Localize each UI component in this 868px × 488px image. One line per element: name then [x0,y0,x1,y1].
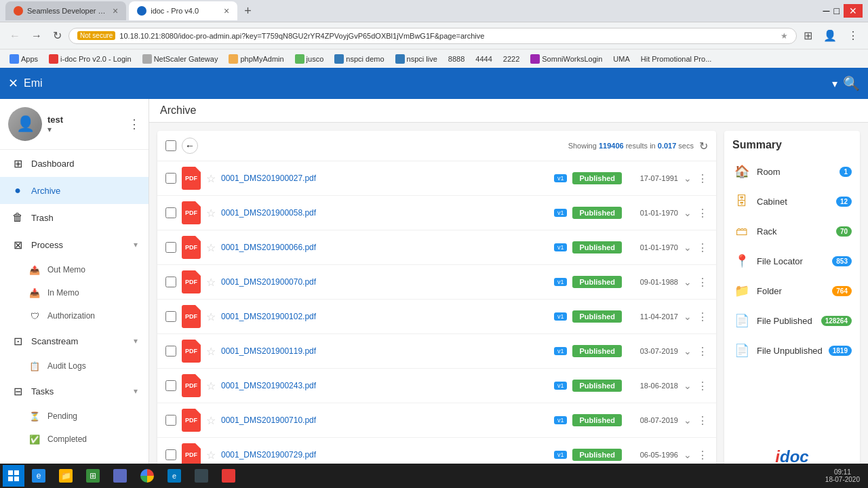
file-list-back-button[interactable]: ← [182,138,198,154]
user-more-button[interactable]: ⋮ [128,117,140,131]
select-all-checkbox[interactable] [165,140,176,151]
tab-close-1[interactable]: × [113,5,118,16]
address-bar[interactable]: Not secure 10.18.10.21:8080/idoc-pro-adm… [68,28,797,44]
sidebar-item-trash[interactable]: 🗑 Trash [0,204,149,231]
bookmark-nspci-live[interactable]: nspci live [391,53,441,65]
file-name-8[interactable]: 0001_DMS201900729.pdf [221,450,549,460]
sidebar-item-archive[interactable]: ● Archive [0,177,149,204]
tab-close-2[interactable]: × [224,5,229,16]
close-window-button[interactable]: ✕ [844,4,863,18]
more-button-4[interactable]: ⋮ [697,310,708,323]
star-button-4[interactable]: ☆ [206,310,216,323]
more-button-5[interactable]: ⋮ [697,345,708,358]
bookmark-8888[interactable]: 8888 [444,54,469,64]
bookmark-2222[interactable]: 2222 [499,54,524,64]
dropdown-icon[interactable]: ▾ [832,77,837,90]
sidebar-process-header[interactable]: ⊠ Process ▾ [0,231,149,258]
file-checkbox-8[interactable] [165,449,176,460]
expand-button-6[interactable]: ⌄ [684,380,692,391]
file-checkbox-7[interactable] [165,415,176,426]
bookmark-idoc[interactable]: i-doc Pro v2.0 - Login [45,53,136,65]
expand-button-0[interactable]: ⌄ [684,173,692,184]
star-button-1[interactable]: ☆ [206,207,216,220]
file-name-4[interactable]: 0001_DMS201900102.pdf [221,312,549,321]
taskbar-app3[interactable]: ⊞ [80,466,106,486]
profile-button[interactable]: 👤 [819,26,841,45]
file-checkbox-6[interactable] [165,380,176,391]
file-name-6[interactable]: 0001_DMS201900243.pdf [221,381,549,390]
forward-button[interactable]: → [27,27,46,45]
taskbar-chrome[interactable] [134,466,160,486]
extensions-button[interactable]: ⊞ [800,26,816,45]
bookmark-jusco[interactable]: jusco [291,53,328,65]
taskbar-app8[interactable] [216,466,241,486]
expand-button-1[interactable]: ⌄ [684,207,692,218]
bookmark-somni[interactable]: SomniWorksLogin [526,53,606,65]
sidebar-scanstream-header[interactable]: ⊡ Scanstream ▾ [0,327,149,354]
sidebar-item-pending[interactable]: ⏳ Pending [0,405,149,428]
sidebar-item-completed[interactable]: ✅ Completed [0,428,149,451]
star-button-0[interactable]: ☆ [206,172,216,185]
star-button-8[interactable]: ☆ [206,449,216,462]
taskbar-ie[interactable]: e [26,466,52,486]
more-button-3[interactable]: ⋮ [697,276,708,289]
expand-button-7[interactable]: ⌄ [684,415,692,426]
file-checkbox-4[interactable] [165,311,176,322]
header-search-icon[interactable]: 🔍 [843,75,860,92]
expand-button-5[interactable]: ⌄ [684,346,692,357]
taskbar-app4[interactable] [107,466,133,486]
browser-tab-2[interactable]: idoc - Pro v4.0 × [129,1,237,20]
bookmark-apps[interactable]: Apps [5,53,42,65]
file-checkbox-1[interactable] [165,207,176,218]
expand-button-3[interactable]: ⌄ [684,277,692,287]
file-name-5[interactable]: 0001_DMS201900119.pdf [221,346,549,356]
more-button-8[interactable]: ⋮ [697,449,708,462]
taskbar-app7[interactable] [189,466,214,486]
restore-button[interactable]: □ [834,4,840,18]
user-dropdown-icon[interactable]: ▾ [47,125,52,134]
browser-tab-1[interactable]: Seamless Developer Console v1.1 × [5,1,126,20]
star-button-2[interactable]: ☆ [206,241,216,254]
star-button-6[interactable]: ☆ [206,380,216,392]
reload-button[interactable]: ↻ [49,26,66,45]
sidebar-item-authorization[interactable]: 🛡 Authorization [0,304,149,327]
sidebar-item-audit-logs[interactable]: 📋 Audit Logs [0,354,149,378]
expand-button-2[interactable]: ⌄ [684,242,692,253]
sidebar-item-out-memo[interactable]: 📤 Out Memo [0,258,149,281]
file-name-3[interactable]: 0001_DMS201900070.pdf [221,277,549,287]
file-checkbox-2[interactable] [165,242,176,253]
file-checkbox-0[interactable] [165,173,176,184]
more-button-6[interactable]: ⋮ [697,380,708,392]
expand-button-4[interactable]: ⌄ [684,311,692,322]
bookmark-nspci-demo[interactable]: nspci demo [330,53,388,65]
bookmark-icon[interactable]: ★ [781,31,788,41]
file-name-7[interactable]: 0001_DMS201900710.pdf [221,415,549,425]
star-button-7[interactable]: ☆ [206,414,216,427]
star-button-3[interactable]: ☆ [206,276,216,289]
new-tab-button[interactable]: + [240,3,256,20]
bookmark-netscaler[interactable]: NetScaler Gateway [138,53,222,65]
file-name-2[interactable]: 0001_DMS201900066.pdf [221,243,549,252]
more-button-0[interactable]: ⋮ [697,172,708,185]
close-icon[interactable]: ✕ [8,76,18,91]
expand-button-8[interactable]: ⌄ [684,449,692,460]
star-button-5[interactable]: ☆ [206,345,216,358]
minimize-button[interactable]: ─ [823,4,830,18]
more-button-7[interactable]: ⋮ [697,414,708,427]
back-button[interactable]: ← [5,27,24,45]
file-checkbox-5[interactable] [165,346,176,357]
taskbar-edge[interactable]: e [161,466,187,486]
bookmark-4444[interactable]: 4444 [471,54,496,64]
refresh-button[interactable]: ↻ [699,140,708,152]
file-name-0[interactable]: 0001_DMS201900027.pdf [221,174,549,183]
taskbar-folder[interactable]: 📁 [53,466,79,486]
file-name-1[interactable]: 0001_DMS201900058.pdf [221,208,549,218]
more-button-2[interactable]: ⋮ [697,241,708,254]
bookmark-uma[interactable]: UMA [609,54,633,64]
file-checkbox-3[interactable] [165,277,176,287]
start-button[interactable] [3,465,24,487]
sidebar-tasks-header[interactable]: ⊟ Tasks ▾ [0,378,149,405]
sidebar-item-in-memo[interactable]: 📥 In Memo [0,281,149,304]
search-input[interactable] [24,77,827,89]
more-button-1[interactable]: ⋮ [697,207,708,220]
